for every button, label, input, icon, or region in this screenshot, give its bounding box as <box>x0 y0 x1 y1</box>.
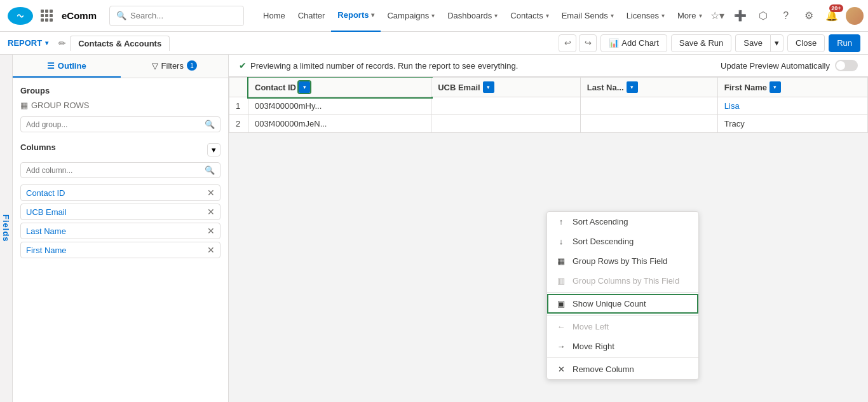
columns-options-button[interactable]: ▾ <box>207 143 220 156</box>
sort-desc-icon: ↓ <box>556 237 566 246</box>
save-split-button: Save ▾ <box>735 34 783 52</box>
check-icon: ✔ <box>239 60 247 71</box>
fields-toggle[interactable]: Fields <box>0 55 13 402</box>
help-icon[interactable]: ? <box>777 7 795 25</box>
campaigns-chevron-icon: ▾ <box>431 12 435 19</box>
row-1-num: 1 <box>229 97 248 115</box>
last-name-label: Last Na... <box>587 83 624 92</box>
nav-dashboards[interactable]: Dashboards ▾ <box>441 0 504 32</box>
add-column-input[interactable]: 🔍 <box>20 162 220 178</box>
last-name-dropdown-button[interactable]: ▾ <box>627 81 638 93</box>
panel-content: Groups ▦ GROUP ROWS 🔍 Columns ▾ 🔍 <box>13 78 228 402</box>
row-1-first-name[interactable]: Lisa <box>717 97 867 115</box>
add-chart-button[interactable]: 📊 Add Chart <box>600 34 667 52</box>
last-name-header: Last Na... ▾ <box>580 78 717 97</box>
run-button[interactable]: Run <box>829 34 860 52</box>
row-2-ucb-email <box>431 115 581 133</box>
remove-column-item[interactable]: ✕ Remove Column <box>547 359 698 379</box>
row-2-last-name <box>580 115 717 133</box>
more-chevron-icon: ▾ <box>699 12 702 19</box>
notification-count: 20+ <box>829 4 843 12</box>
ucb-email-label: UCB Email <box>438 83 480 92</box>
first-name-header: First Name ▾ <box>717 78 867 97</box>
row-2-num: 2 <box>229 115 248 133</box>
sort-ascending-item[interactable]: ↑ Sort Ascending <box>547 212 698 232</box>
remove-contact-id-icon[interactable]: ✕ <box>207 188 215 198</box>
row-2-contact-id: 003f400000mJeN... <box>248 115 431 133</box>
search-icon: 🔍 <box>116 11 126 20</box>
app-name: eComm <box>62 10 97 21</box>
redo-button[interactable]: ↪ <box>579 34 597 52</box>
list-icon: ☰ <box>47 61 55 71</box>
group-rows-label: ▦ GROUP ROWS <box>20 100 220 110</box>
add-group-input[interactable]: 🔍 <box>20 116 220 132</box>
nav-chatter[interactable]: Chatter <box>292 0 332 32</box>
nav-more[interactable]: More ▾ <box>671 0 709 32</box>
nav-reports[interactable]: Reports ▾ <box>331 0 381 32</box>
filter-icon: ▽ <box>152 61 158 71</box>
panel-tabs: ☰ Outline ▽ Filters 1 <box>13 55 228 78</box>
column-item-contact-id[interactable]: Contact ID ✕ <box>20 184 220 201</box>
row-num-header <box>229 78 248 97</box>
save-button[interactable]: Save <box>735 34 770 52</box>
setup-icon[interactable]: ⬡ <box>754 7 772 25</box>
toolbar: ↩ ↪ 📊 Add Chart Save & Run Save ▾ Close … <box>559 34 860 52</box>
nav-campaigns[interactable]: Campaigns ▾ <box>381 0 441 32</box>
save-run-button[interactable]: Save & Run <box>671 34 731 52</box>
column-search-icon: 🔍 <box>205 165 215 175</box>
preview-bar: ✔ Previewing a limited number of records… <box>229 55 868 77</box>
report-badge[interactable]: REPORT ▾ <box>8 38 48 48</box>
filter-count-badge: 1 <box>187 60 197 71</box>
edit-icon[interactable]: ✏ <box>58 38 66 48</box>
close-button[interactable]: Close <box>787 34 825 52</box>
table-icon: ▦ <box>20 100 28 110</box>
search-bar[interactable]: 🔍 <box>109 6 244 26</box>
remove-first-name-icon[interactable]: ✕ <box>207 245 215 255</box>
contacts-chevron-icon: ▾ <box>546 12 549 19</box>
email-sends-chevron-icon: ▾ <box>611 12 614 19</box>
licenses-chevron-icon: ▾ <box>661 12 665 19</box>
favorites-button[interactable]: ☆▾ <box>709 7 726 25</box>
user-avatar[interactable] <box>846 7 864 25</box>
groups-section-title: Groups <box>20 86 220 95</box>
report-name-tab: Contacts & Accounts <box>70 36 170 51</box>
outline-tab[interactable]: ☰ Outline <box>13 55 121 78</box>
column-search-input[interactable] <box>26 166 202 175</box>
search-input[interactable] <box>130 11 237 20</box>
secondary-navigation: REPORT ▾ ✏ Contacts & Accounts ↩ ↪ 📊 Add… <box>0 32 868 55</box>
group-cols-icon: ▥ <box>556 276 566 286</box>
add-button[interactable]: ➕ <box>731 7 749 25</box>
toggle-knob <box>836 61 845 70</box>
group-search-icon: 🔍 <box>205 120 215 129</box>
salesforce-logo[interactable] <box>8 7 33 25</box>
undo-button[interactable]: ↩ <box>559 34 576 52</box>
filters-tab[interactable]: ▽ Filters 1 <box>121 55 229 78</box>
app-launcher-icon[interactable] <box>41 10 55 22</box>
group-columns-item: ▥ Group Columns by This Field <box>547 271 698 291</box>
remove-ucb-email-icon[interactable]: ✕ <box>207 207 215 217</box>
contact-id-dropdown-button[interactable]: ▾ <box>299 81 310 93</box>
column-item-first-name[interactable]: First Name ✕ <box>20 242 220 258</box>
nav-licenses[interactable]: Licenses ▾ <box>620 0 671 32</box>
move-right-item[interactable]: → Move Right <box>547 336 698 356</box>
remove-last-name-icon[interactable]: ✕ <box>207 226 215 236</box>
right-panel: ✔ Previewing a limited number of records… <box>229 55 868 402</box>
show-unique-count-item[interactable]: ▣ Show Unique Count <box>547 294 698 314</box>
dashboards-chevron-icon: ▾ <box>494 12 498 19</box>
nav-email-sends[interactable]: Email Sends ▾ <box>555 0 620 32</box>
group-rows-item[interactable]: ▦ Group Rows by This Field <box>547 251 698 271</box>
notification-bell[interactable]: 🔔 20+ <box>823 7 841 25</box>
ucb-email-dropdown-button[interactable]: ▾ <box>483 81 494 93</box>
save-dropdown-button[interactable]: ▾ <box>770 34 783 52</box>
column-item-ucb-email[interactable]: UCB Email ✕ <box>20 204 220 220</box>
sort-descending-item[interactable]: ↓ Sort Descending <box>547 232 698 251</box>
column-item-last-name[interactable]: Last Name ✕ <box>20 223 220 239</box>
update-preview-toggle[interactable] <box>835 60 858 71</box>
contact-id-header: Contact ID ▾ <box>248 78 431 97</box>
group-search-input[interactable] <box>26 120 202 129</box>
nav-contacts[interactable]: Contacts ▾ <box>504 0 555 32</box>
report-table: Contact ID ▾ UCB Email ▾ <box>229 77 868 133</box>
nav-home[interactable]: Home <box>257 0 292 32</box>
first-name-dropdown-button[interactable]: ▾ <box>770 81 781 93</box>
settings-icon[interactable]: ⚙ <box>800 7 818 25</box>
